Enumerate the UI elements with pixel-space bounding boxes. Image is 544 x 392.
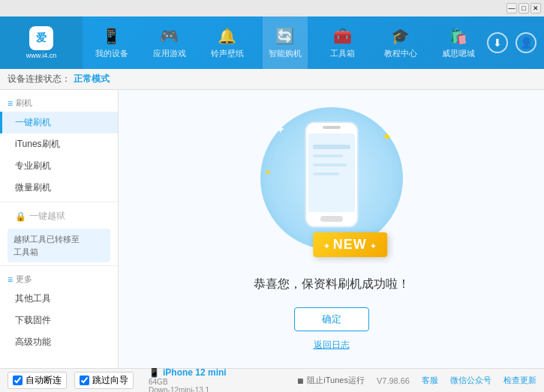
tutorial-icon: 🎓 bbox=[391, 27, 410, 45]
sidebar-divider-1 bbox=[0, 202, 118, 202]
sidebar-item-one-key-flash[interactable]: 一键刷机 bbox=[0, 112, 118, 133]
nav: 📱 我的设备 🎮 应用游戏 🔔 铃声壁纸 🔄 智能购机 🧰 工具箱 🎓 教程中心… bbox=[83, 16, 487, 69]
nav-item-smart-shop[interactable]: 🔄 智能购机 bbox=[263, 16, 308, 69]
weisi-store-icon: 🛍️ bbox=[449, 27, 467, 45]
nav-label-weisi-store: 威思嗯城 bbox=[442, 48, 475, 59]
sparkle-3: ✦ bbox=[264, 167, 272, 178]
nav-label-toolbox: 工具箱 bbox=[330, 48, 355, 59]
nav-label-ringtones: 铃声壁纸 bbox=[211, 48, 244, 59]
phone-svg bbox=[302, 118, 362, 237]
toolbox-icon: 🧰 bbox=[333, 27, 352, 45]
sidebar-divider-2 bbox=[0, 265, 118, 266]
logo: 爱 www.i4.cn bbox=[0, 16, 83, 69]
wechat-link[interactable]: 微信公众号 bbox=[450, 375, 491, 386]
bottom-right: ⏹ 阻止iTunes运行 V7.98.66 客服 微信公众号 检查更新 bbox=[296, 375, 536, 386]
jailbreak-label: 一键越狱 bbox=[29, 210, 65, 223]
my-device-icon: 📱 bbox=[102, 27, 121, 45]
svg-rect-4 bbox=[313, 145, 350, 149]
nav-item-apps-games[interactable]: 🎮 应用游戏 bbox=[147, 16, 192, 69]
service-link[interactable]: 客服 bbox=[422, 375, 438, 386]
stop-icon: ⏹ bbox=[296, 376, 305, 385]
sidebar-item-download-firmware[interactable]: 下载固件 bbox=[0, 310, 118, 331]
sparkle-2: ✦ bbox=[382, 130, 392, 144]
svg-rect-2 bbox=[320, 216, 343, 222]
device-info: 📱 iPhone 12 mini 64GB Down-12mini-13,1 bbox=[149, 367, 227, 393]
nav-item-ringtones[interactable]: 🔔 铃声壁纸 bbox=[205, 16, 250, 69]
status-label: 设备连接状态： bbox=[8, 73, 71, 85]
flash-section-label: 刷机 bbox=[16, 97, 32, 109]
sidebar-item-jailbreak: 🔒 一键越狱 bbox=[0, 205, 118, 226]
main-area: ≡ 刷机 一键刷机 iTunes刷机 专业刷机 微量刷机 🔒 一键越狱 越狱工具… bbox=[0, 90, 544, 368]
nav-label-my-device: 我的设备 bbox=[95, 48, 128, 59]
logo-icon: 爱 bbox=[29, 26, 53, 50]
auto-disconnect-checkbox[interactable]: 自动断连 bbox=[8, 372, 67, 389]
svg-rect-3 bbox=[323, 126, 341, 129]
sidebar-section-more: ≡ 更多 bbox=[0, 269, 118, 288]
apps-games-icon: 🎮 bbox=[160, 27, 179, 45]
logo-url: www.i4.cn bbox=[26, 52, 57, 59]
auto-disconnect-label: 自动断连 bbox=[26, 374, 62, 387]
nav-item-toolbox[interactable]: 🧰 工具箱 bbox=[320, 16, 365, 69]
skip-wizard-label: 跳过向导 bbox=[92, 374, 128, 387]
device-name: iPhone 12 mini bbox=[163, 367, 227, 378]
close-button[interactable]: ✕ bbox=[530, 3, 541, 13]
ringtones-icon: 🔔 bbox=[218, 27, 236, 45]
phone-illustration: NEW ✦ ✦ ✦ bbox=[257, 107, 407, 265]
download-button[interactable]: ⬇ bbox=[487, 32, 508, 53]
svg-rect-7 bbox=[313, 172, 339, 175]
back-link[interactable]: 返回日志 bbox=[314, 339, 350, 352]
header: 爱 www.i4.cn 📱 我的设备 🎮 应用游戏 🔔 铃声壁纸 🔄 智能购机 … bbox=[0, 16, 544, 69]
nav-item-my-device[interactable]: 📱 我的设备 bbox=[89, 16, 134, 69]
title-bar: — □ ✕ bbox=[0, 0, 544, 16]
nav-item-weisi-store[interactable]: 🛍️ 威思嗯城 bbox=[436, 16, 481, 69]
more-section-icon: ≡ bbox=[8, 274, 13, 285]
sidebar-note: 越狱工具已转移至 工具箱 bbox=[8, 229, 110, 262]
sparkle-1: ✦ bbox=[275, 122, 285, 136]
maximize-button[interactable]: □ bbox=[518, 3, 529, 13]
skip-wizard-input[interactable] bbox=[80, 376, 89, 385]
sidebar-section-flash: ≡ 刷机 bbox=[0, 93, 118, 112]
success-text: 恭喜您，保资料刷机成功啦！ bbox=[254, 277, 410, 292]
device-model: Down-12mini-13,1 bbox=[149, 386, 227, 393]
auto-disconnect-input[interactable] bbox=[13, 376, 23, 385]
user-button[interactable]: 👤 bbox=[515, 32, 536, 53]
nav-label-tutorial: 教程中心 bbox=[384, 48, 417, 59]
phone-icon: 📱 bbox=[149, 367, 160, 378]
skip-wizard-checkbox[interactable]: 跳过向导 bbox=[74, 372, 134, 389]
nav-right: ⬇ 👤 bbox=[487, 32, 544, 53]
stop-itunes-label: 阻止iTunes运行 bbox=[307, 375, 365, 386]
status-bar: 设备连接状态： 正常模式 bbox=[0, 69, 544, 90]
minimize-button[interactable]: — bbox=[506, 3, 517, 13]
smart-shop-icon: 🔄 bbox=[275, 27, 294, 45]
sidebar-item-itunes-flash[interactable]: iTunes刷机 bbox=[0, 133, 118, 155]
device-capacity: 64GB bbox=[149, 378, 227, 386]
check-update-link[interactable]: 检查更新 bbox=[503, 375, 536, 386]
flash-section-icon: ≡ bbox=[8, 98, 13, 109]
content-area: NEW ✦ ✦ ✦ 恭喜您，保资料刷机成功啦！ 确定 返回日志 bbox=[119, 90, 544, 368]
sidebar: ≡ 刷机 一键刷机 iTunes刷机 专业刷机 微量刷机 🔒 一键越狱 越狱工具… bbox=[0, 90, 119, 368]
svg-rect-6 bbox=[313, 163, 347, 166]
bottom-bar: 自动断连 跳过向导 📱 iPhone 12 mini 64GB Down-12m… bbox=[0, 368, 544, 392]
stop-itunes: ⏹ 阻止iTunes运行 bbox=[296, 375, 365, 386]
confirm-button[interactable]: 确定 bbox=[294, 307, 369, 331]
sidebar-item-other-tools[interactable]: 其他工具 bbox=[0, 288, 118, 310]
status-value: 正常模式 bbox=[74, 73, 110, 85]
nav-label-apps-games: 应用游戏 bbox=[153, 48, 186, 59]
sidebar-item-advanced[interactable]: 高级功能 bbox=[0, 331, 118, 353]
more-section-label: 更多 bbox=[16, 274, 32, 285]
sidebar-item-pro-flash[interactable]: 专业刷机 bbox=[0, 155, 118, 177]
version-label: V7.98.66 bbox=[377, 376, 410, 385]
nav-label-smart-shop: 智能购机 bbox=[269, 48, 302, 59]
svg-rect-5 bbox=[313, 154, 343, 157]
new-badge: NEW bbox=[313, 232, 387, 257]
lock-icon: 🔒 bbox=[15, 211, 26, 222]
sidebar-item-micro-flash[interactable]: 微量刷机 bbox=[0, 177, 118, 199]
nav-item-tutorial[interactable]: 🎓 教程中心 bbox=[378, 16, 423, 69]
